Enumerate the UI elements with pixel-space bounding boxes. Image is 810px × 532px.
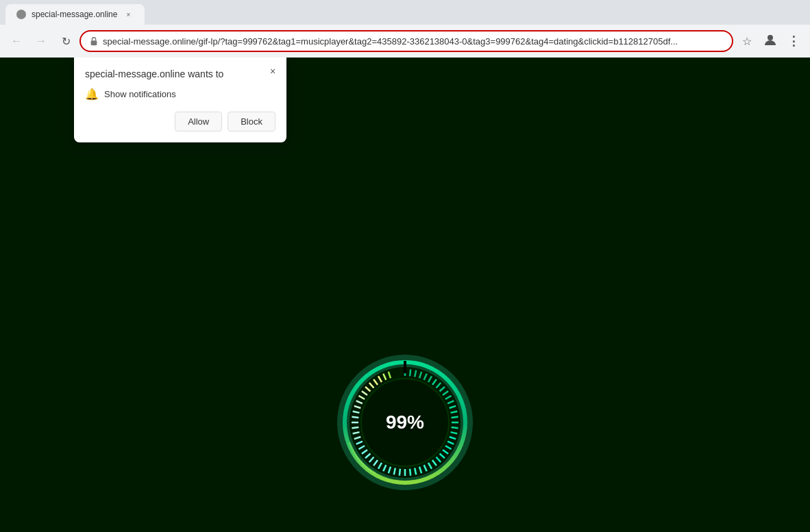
- notification-popup: × special-message.online wants to 🔔 Show…: [74, 58, 286, 142]
- tab-title: special-message.online: [32, 10, 117, 19]
- toolbar-icons: ☆ ⋮: [736, 30, 805, 52]
- svg-line-36: [400, 469, 400, 476]
- svg-line-7: [415, 370, 416, 377]
- close-icon: ×: [270, 66, 275, 77]
- svg-line-15: [445, 396, 452, 399]
- browser-frame: special-message.online × ← → ↻ special-m…: [0, 0, 810, 532]
- svg-line-38: [389, 467, 391, 474]
- loading-container: 99%: [336, 354, 474, 491]
- page-content: × special-message.online wants to 🔔 Show…: [0, 58, 810, 532]
- svg-line-37: [394, 468, 395, 475]
- svg-rect-0: [91, 40, 97, 45]
- svg-point-1: [768, 35, 773, 40]
- allow-button[interactable]: Allow: [175, 112, 222, 131]
- svg-line-21: [452, 427, 458, 428]
- svg-line-46: [356, 442, 363, 444]
- svg-line-53: [354, 406, 361, 408]
- back-icon: ←: [11, 35, 22, 47]
- svg-line-13: [440, 387, 445, 392]
- svg-line-14: [443, 391, 448, 395]
- svg-line-48: [353, 432, 360, 433]
- forward-icon: →: [36, 35, 47, 47]
- popup-close-button[interactable]: ×: [265, 63, 281, 79]
- svg-line-55: [358, 396, 365, 399]
- svg-line-17: [450, 406, 456, 408]
- svg-line-22: [451, 432, 458, 433]
- svg-line-57: [365, 387, 370, 392]
- svg-line-40: [378, 463, 382, 469]
- tab-favicon: [16, 10, 26, 19]
- svg-line-49: [352, 427, 358, 428]
- svg-line-58: [369, 383, 374, 388]
- svg-line-19: [452, 417, 458, 418]
- svg-line-59: [373, 379, 378, 385]
- bell-icon: 🔔: [85, 88, 99, 101]
- address-bar: ← → ↻ special-message.online/gif-lp/?tag…: [0, 25, 810, 58]
- account-icon: [763, 33, 777, 49]
- svg-line-11: [432, 379, 437, 385]
- popup-title: special-message.online wants to: [85, 68, 275, 79]
- svg-line-33: [415, 468, 416, 475]
- popup-buttons: Allow Block: [85, 112, 275, 131]
- svg-line-31: [424, 465, 427, 471]
- svg-line-45: [358, 446, 365, 449]
- svg-line-61: [383, 374, 386, 380]
- block-button[interactable]: Block: [228, 112, 275, 131]
- svg-line-30: [428, 463, 432, 469]
- tab-close-button[interactable]: ×: [123, 9, 134, 20]
- svg-line-12: [437, 383, 441, 388]
- svg-line-29: [432, 460, 437, 466]
- permission-label: Show notifications: [104, 89, 176, 99]
- menu-icon: ⋮: [787, 34, 800, 49]
- svg-line-43: [365, 454, 370, 459]
- svg-line-62: [389, 372, 391, 379]
- svg-line-25: [445, 446, 452, 449]
- svg-line-9: [424, 374, 427, 380]
- svg-line-6: [410, 369, 410, 376]
- popup-permission-row: 🔔 Show notifications: [85, 88, 275, 101]
- svg-line-60: [378, 376, 382, 382]
- svg-line-47: [354, 437, 361, 439]
- bookmark-button[interactable]: ☆: [736, 30, 758, 52]
- svg-line-32: [419, 467, 421, 474]
- svg-line-8: [419, 372, 421, 379]
- address-bar-input-wrap[interactable]: special-message.online/gif-lp/?tag=99976…: [79, 30, 733, 52]
- lock-icon: [89, 36, 99, 46]
- svg-line-52: [353, 411, 360, 413]
- svg-line-28: [437, 457, 441, 462]
- account-button[interactable]: [759, 30, 781, 52]
- svg-line-34: [410, 469, 410, 476]
- svg-line-27: [440, 454, 445, 459]
- svg-line-42: [369, 457, 374, 462]
- address-url: special-message.online/gif-lp/?tag=99976…: [103, 36, 724, 47]
- browser-tab[interactable]: special-message.online ×: [5, 4, 145, 25]
- svg-line-44: [362, 450, 367, 454]
- star-icon: ☆: [742, 35, 752, 48]
- svg-line-41: [373, 460, 378, 466]
- reload-button[interactable]: ↻: [55, 30, 77, 52]
- reload-icon: ↻: [62, 35, 71, 48]
- svg-line-24: [447, 442, 454, 444]
- svg-line-26: [443, 450, 448, 454]
- svg-line-51: [352, 417, 358, 418]
- svg-line-54: [356, 401, 363, 403]
- tab-bar: special-message.online ×: [0, 0, 810, 25]
- svg-line-39: [383, 465, 386, 471]
- svg-line-16: [447, 401, 454, 403]
- svg-line-56: [362, 391, 367, 395]
- svg-line-18: [451, 411, 458, 413]
- menu-button[interactable]: ⋮: [783, 30, 805, 52]
- loading-percent: 99%: [386, 411, 424, 433]
- forward-button[interactable]: →: [30, 30, 52, 52]
- svg-line-10: [428, 376, 432, 382]
- svg-line-23: [450, 437, 456, 439]
- back-button[interactable]: ←: [5, 30, 27, 52]
